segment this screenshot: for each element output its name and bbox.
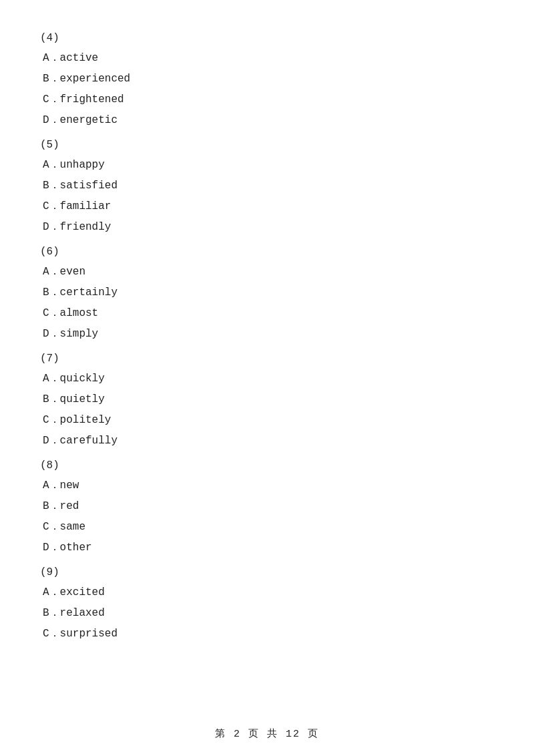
option-q4-1: B．experienced xyxy=(40,71,494,85)
option-q6-0: A．even xyxy=(40,264,494,278)
option-q8-0: A．new xyxy=(40,478,494,492)
main-content: (4)A．activeB．experiencedC．frightenedD．en… xyxy=(0,0,534,687)
option-q6-2: C．almost xyxy=(40,306,494,320)
option-q5-0: A．unhappy xyxy=(40,158,494,172)
question-number-4: (4) xyxy=(40,32,494,44)
question-number-9: (9) xyxy=(40,566,494,578)
option-q7-1: B．quietly xyxy=(40,392,494,406)
question-number-8: (8) xyxy=(40,459,494,471)
option-q8-3: D．other xyxy=(40,540,494,554)
option-q7-0: A．quickly xyxy=(40,371,494,385)
option-q4-3: D．energetic xyxy=(40,113,494,127)
page-footer: 第 2 页 共 12 页 xyxy=(0,727,534,740)
question-number-7: (7) xyxy=(40,353,494,365)
option-q6-3: D．simply xyxy=(40,327,494,341)
option-q9-1: B．relaxed xyxy=(40,606,494,620)
option-q4-2: C．frightened xyxy=(40,92,494,106)
question-number-6: (6) xyxy=(40,246,494,258)
question-number-5: (5) xyxy=(40,139,494,151)
option-q7-2: C．politely xyxy=(40,413,494,427)
option-q4-0: A．active xyxy=(40,51,494,65)
option-q8-1: B．red xyxy=(40,499,494,513)
option-q9-2: C．surprised xyxy=(40,626,494,640)
option-q5-1: B．satisfied xyxy=(40,178,494,192)
option-q5-3: D．friendly xyxy=(40,220,494,234)
option-q7-3: D．carefully xyxy=(40,433,494,447)
option-q5-2: C．familiar xyxy=(40,199,494,213)
option-q8-2: C．same xyxy=(40,520,494,534)
option-q6-1: B．certainly xyxy=(40,285,494,299)
option-q9-0: A．excited xyxy=(40,585,494,599)
